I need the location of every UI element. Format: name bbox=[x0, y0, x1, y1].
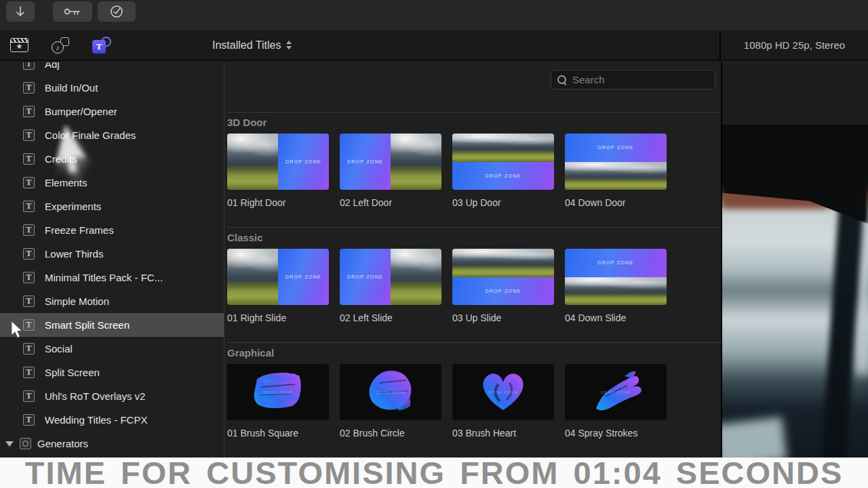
sidebar-item-wedding-titles-fcpx[interactable]: TWedding Titles - FCPX bbox=[0, 408, 224, 432]
title-thumbnail[interactable]: DROP ZONE bbox=[452, 364, 554, 420]
title-cell-03-up-door: DROP ZONE03 Up Door bbox=[452, 134, 554, 208]
title-cell-03-up-slide: DROP ZONE03 Up Slide bbox=[452, 249, 554, 323]
title-thumbnail[interactable]: DROP ZONE bbox=[452, 134, 554, 190]
thumbnail-landscape bbox=[391, 134, 441, 190]
title-thumbnail[interactable]: DROP ZONE bbox=[227, 134, 329, 190]
title-cell-04-down-slide: DROP ZONE04 Down Slide bbox=[565, 249, 667, 323]
title-thumbnail[interactable]: DROP ZONE bbox=[565, 249, 667, 305]
title-category-icon: T bbox=[23, 82, 35, 94]
media-browser-toolbar: ♪ T Installed Titles 1080p HD 25p, Stere… bbox=[0, 30, 868, 61]
title-cell-01-right-slide: DROP ZONE01 Right Slide bbox=[227, 249, 329, 323]
sidebar-item-split-screen[interactable]: TSplit Screen bbox=[0, 361, 224, 384]
key-button[interactable] bbox=[53, 1, 92, 22]
dropzone-label: DROP ZONE bbox=[597, 260, 633, 265]
chevron-updown-icon bbox=[286, 41, 292, 49]
installed-titles-dropdown[interactable]: Installed Titles bbox=[212, 30, 292, 60]
title-category-icon: T bbox=[23, 296, 35, 307]
dropzone-label: DROP ZONE bbox=[565, 390, 667, 394]
photos-audio-browser-button[interactable]: ♪ bbox=[52, 37, 69, 54]
sidebar-item-lower-thirds[interactable]: TLower Thirds bbox=[0, 242, 224, 266]
thumbnail-landscape bbox=[452, 249, 554, 277]
title-category-icon: T bbox=[23, 153, 35, 165]
sidebar-item-freeze-frames[interactable]: TFreeze Frames bbox=[0, 218, 224, 242]
sidebar-item-generators[interactable]: Generators bbox=[0, 432, 224, 455]
dropzone-label: DROP ZONE bbox=[340, 390, 441, 394]
title-category-icon: T bbox=[23, 129, 35, 141]
generators-icon bbox=[20, 438, 31, 449]
effects-browser-button[interactable] bbox=[10, 38, 28, 52]
sidebar-item-label: Bumper/Opener bbox=[45, 106, 117, 117]
viewer-format-label: 1080p HD 25p, Stereo bbox=[744, 39, 845, 51]
titles-sidebar: TAdjTBuild In/OutTBumper/OpenerTColor Fi… bbox=[0, 62, 224, 458]
sidebar-item-label: Wedding Titles - FCPX bbox=[45, 414, 147, 426]
sidebar-item-minimal-titles-pack-fc[interactable]: TMinimal Titles Pack - FC... bbox=[0, 266, 224, 289]
title-thumbnail[interactable]: DROP ZONE bbox=[227, 249, 329, 305]
dropzone-label: DROP ZONE bbox=[285, 159, 321, 164]
titles-generators-browser-button[interactable]: T bbox=[92, 37, 111, 54]
title-thumbnail[interactable]: DROP ZONE bbox=[340, 364, 441, 420]
dropzone-label: DROP ZONE bbox=[485, 174, 521, 178]
title-cell-01-right-door: DROP ZONE01 Right Door bbox=[227, 134, 329, 208]
thumbnail-dropzone: DROP ZONE bbox=[278, 134, 329, 190]
sidebar-item-color-finale-grades[interactable]: TColor Finale Grades bbox=[0, 123, 224, 147]
title-thumbnail-label: 02 Left Door bbox=[340, 197, 441, 208]
title-cell-03-brush-heart: DROP ZONE03 Brush Heart bbox=[452, 364, 554, 439]
dropzone-label: DROP ZONE bbox=[347, 274, 383, 279]
thumbnail-landscape bbox=[452, 134, 554, 162]
title-category-icon: T bbox=[23, 248, 35, 260]
search-input[interactable] bbox=[572, 74, 709, 85]
title-category-icon: T bbox=[23, 62, 35, 70]
generators-label: Generators bbox=[37, 438, 88, 449]
title-thumbnail[interactable]: DROP ZONE bbox=[565, 134, 667, 190]
thumbnail-dropzone: DROP ZONE bbox=[452, 162, 554, 190]
thumbnail-landscape bbox=[565, 162, 667, 190]
title-thumbnail[interactable]: DROP ZONE bbox=[452, 249, 554, 305]
thumbnail-landscape bbox=[227, 134, 278, 190]
search-field[interactable] bbox=[551, 70, 715, 89]
section-header: Classic bbox=[227, 232, 721, 243]
viewer-panel bbox=[721, 62, 868, 458]
sidebar-item-build-in-out[interactable]: TBuild In/Out bbox=[0, 76, 224, 100]
title-category-icon: T bbox=[23, 201, 35, 212]
titles-section-classic: ClassicDROP ZONE01 Right SlideDROP ZONE0… bbox=[227, 227, 721, 342]
sidebar-item-label: Uhl's RoT Overlays v2 bbox=[45, 390, 145, 402]
title-thumbnail[interactable]: DROP ZONE bbox=[340, 249, 441, 305]
thumbnail-dropzone: DROP ZONE bbox=[452, 277, 554, 306]
sidebar-item-smart-split-screen[interactable]: TSmart Split Screen bbox=[0, 313, 224, 337]
title-cell-01-brush-square: DROP ZONE01 Brush Square bbox=[227, 364, 329, 439]
thumbnail-landscape bbox=[565, 277, 667, 306]
title-category-icon: T bbox=[23, 367, 35, 378]
download-button[interactable] bbox=[6, 1, 35, 22]
sidebar-item-credits[interactable]: TCredits bbox=[0, 147, 224, 171]
title-category-icon: T bbox=[23, 390, 35, 402]
title-thumbnail[interactable]: DROP ZONE bbox=[565, 364, 667, 420]
key-icon bbox=[64, 7, 81, 16]
verify-button[interactable] bbox=[98, 1, 136, 22]
thumbnail-dropzone: DROP ZONE bbox=[340, 134, 391, 190]
title-cell-04-spray-strokes: DROP ZONE04 Spray Strokes bbox=[565, 364, 667, 439]
video-light-wedge bbox=[722, 417, 787, 458]
sidebar-item-adj[interactable]: TAdj bbox=[0, 62, 224, 76]
top-chrome-bar bbox=[0, 0, 868, 30]
app-window: ♪ T Installed Titles 1080p HD 25p, Stere… bbox=[0, 0, 868, 488]
title-thumbnail[interactable]: DROP ZONE bbox=[340, 134, 441, 190]
sidebar-item-social[interactable]: TSocial bbox=[0, 337, 224, 361]
sidebar-item-uhl-s-rot-overlays-v2[interactable]: TUhl's RoT Overlays v2 bbox=[0, 384, 224, 408]
title-thumbnail-label: 03 Brush Heart bbox=[452, 428, 554, 439]
caption-overlay: TIME FOR CUSTOMISING FROM 01:04 SECONDS bbox=[0, 458, 868, 488]
title-thumbnail-label: 01 Right Slide bbox=[227, 312, 329, 323]
sidebar-item-experiments[interactable]: TExperiments bbox=[0, 195, 224, 218]
search-row bbox=[227, 62, 721, 112]
title-cell-04-down-door: DROP ZONE04 Down Door bbox=[565, 134, 667, 208]
title-category-icon: T bbox=[23, 177, 35, 188]
titles-section-3d-door: 3D DoorDROP ZONE01 Right DoorDROP ZONE02… bbox=[227, 112, 721, 227]
thumbnail-dropzone: DROP ZONE bbox=[565, 134, 667, 162]
sidebar-item-bumper-opener[interactable]: TBumper/Opener bbox=[0, 100, 224, 123]
thumbnail-dropzone: DROP ZONE bbox=[278, 249, 329, 305]
disclosure-triangle-icon bbox=[5, 441, 14, 447]
title-thumbnail[interactable]: DROP ZONE bbox=[227, 364, 329, 420]
installed-titles-label: Installed Titles bbox=[212, 39, 281, 52]
sidebar-item-elements[interactable]: TElements bbox=[0, 171, 224, 195]
title-thumbnail-label: 02 Left Slide bbox=[340, 312, 441, 323]
sidebar-item-simple-motion[interactable]: TSimple Motion bbox=[0, 289, 224, 313]
